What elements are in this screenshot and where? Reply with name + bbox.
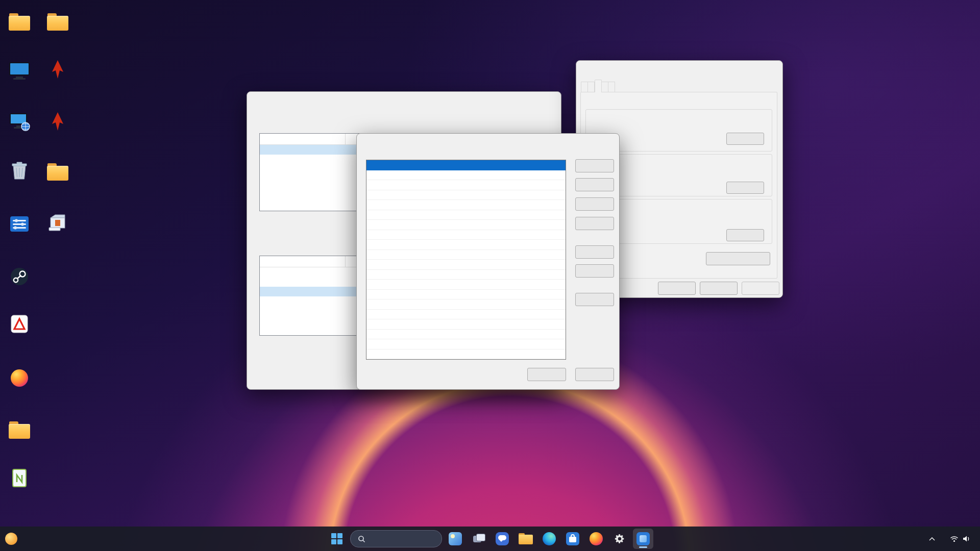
list-item[interactable] [366, 170, 566, 181]
cancel-button[interactable] [575, 368, 614, 381]
column-header-variable[interactable] [260, 256, 346, 267]
list-item[interactable] [366, 220, 566, 230]
delete-button[interactable] [575, 217, 614, 230]
desktop-icon-pradeep-menon[interactable] [0, 7, 39, 33]
store-button[interactable] [562, 529, 583, 549]
task-view-icon [472, 532, 485, 545]
desktop-icon-steam[interactable] [0, 263, 39, 288]
list-row-empty [366, 250, 566, 260]
active-app-icon [636, 532, 650, 545]
desktop-icon-notepad-plus-plus[interactable] [0, 464, 39, 490]
tab-system-protection[interactable] [602, 82, 608, 92]
desktop-icon-xda[interactable] [38, 7, 77, 33]
desktop-icon-quake-arena[interactable] [38, 108, 77, 134]
wifi-icon [950, 535, 959, 542]
quake-icon [49, 59, 66, 80]
taskbar-tray [924, 530, 976, 547]
edit-text-button[interactable] [575, 293, 614, 306]
desktop-icon-windows[interactable] [38, 157, 77, 183]
tab-strip [581, 80, 615, 92]
performance-settings-button[interactable] [726, 133, 764, 145]
column-header-variable[interactable] [260, 134, 346, 144]
firefox-button[interactable] [586, 529, 606, 549]
weather-widget[interactable] [5, 533, 21, 545]
dialog-titlebar [247, 92, 561, 109]
environment-variables-button[interactable] [706, 252, 770, 265]
desktop-icon-jdk-installer[interactable] [38, 208, 77, 234]
widgets-button[interactable] [445, 529, 465, 549]
move-down-button[interactable] [575, 264, 614, 278]
this-pc-icon [9, 61, 30, 81]
list-row-empty [366, 260, 566, 270]
user-profiles-settings-button[interactable] [726, 182, 764, 194]
desktop-icon-quake-team-arena[interactable] [38, 56, 77, 82]
desktop-icon-network[interactable] [0, 108, 39, 134]
edge-icon [543, 532, 556, 545]
list-row-empty [366, 240, 566, 250]
list-row-empty [366, 349, 566, 360]
ok-button[interactable] [658, 282, 696, 295]
chevron-up-icon [929, 537, 935, 541]
close-button[interactable] [596, 136, 615, 149]
list-row-empty [366, 310, 566, 320]
list-item[interactable] [366, 200, 566, 210]
folder-icon [9, 421, 30, 439]
list-item[interactable] [366, 180, 566, 190]
list-row-empty [366, 319, 566, 330]
list-item[interactable] [366, 190, 566, 201]
list-item[interactable] [366, 160, 566, 170]
start-button[interactable] [327, 529, 347, 549]
desktop-icon-this-pc[interactable] [0, 57, 39, 83]
close-button[interactable] [537, 94, 557, 107]
desktop-icon-acrobat-reader[interactable] [0, 310, 39, 336]
chat-button[interactable] [492, 529, 512, 549]
acrobat-icon [11, 314, 28, 334]
path-list[interactable] [366, 160, 566, 360]
list-item[interactable] [366, 210, 566, 220]
store-icon [566, 532, 579, 545]
settings-button[interactable] [609, 529, 630, 549]
task-view-button[interactable] [469, 529, 489, 549]
move-up-button[interactable] [575, 245, 614, 259]
taskbar [0, 527, 980, 551]
tab-remote[interactable] [608, 82, 615, 92]
file-explorer-icon [519, 533, 533, 544]
firefox-icon [11, 369, 28, 387]
list-row-empty [366, 290, 566, 300]
new-button[interactable] [575, 159, 614, 172]
edit-button[interactable] [575, 178, 614, 191]
tray-overflow-button[interactable] [924, 530, 940, 547]
tab-computer-name[interactable] [581, 82, 588, 92]
folder-icon [47, 13, 68, 31]
list-row-empty [366, 330, 566, 340]
tab-advanced[interactable] [595, 80, 602, 92]
edge-button[interactable] [539, 529, 559, 549]
list-row-empty [366, 299, 566, 310]
close-button[interactable] [759, 62, 778, 75]
screen [0, 0, 980, 551]
desktop-icon-firefox[interactable] [0, 363, 39, 389]
desktop-icon-random[interactable] [0, 415, 39, 441]
cancel-button[interactable] [700, 282, 738, 295]
widgets-icon [449, 532, 462, 545]
system-tray-icons[interactable] [950, 535, 971, 542]
tab-hardware[interactable] [588, 82, 595, 92]
active-app-button[interactable] [633, 529, 653, 549]
list-row-empty [366, 270, 566, 280]
ok-button[interactable] [527, 368, 566, 381]
steam-icon [10, 267, 29, 286]
installer-box-icon [48, 212, 67, 232]
startup-settings-button[interactable] [726, 229, 764, 241]
browse-button[interactable] [575, 197, 614, 211]
list-row-empty [366, 280, 566, 290]
control-panel-icon [10, 216, 29, 233]
apply-button[interactable] [742, 282, 779, 295]
desktop-icon-control-panel[interactable] [0, 209, 39, 235]
quake-icon [49, 111, 66, 132]
folder-icon [9, 13, 30, 31]
notepad-icon [11, 468, 28, 488]
desktop-icon-recycle-bin[interactable] [0, 157, 39, 183]
search-box[interactable] [350, 530, 442, 547]
folder-icon [47, 163, 68, 181]
file-explorer-button[interactable] [516, 529, 536, 549]
